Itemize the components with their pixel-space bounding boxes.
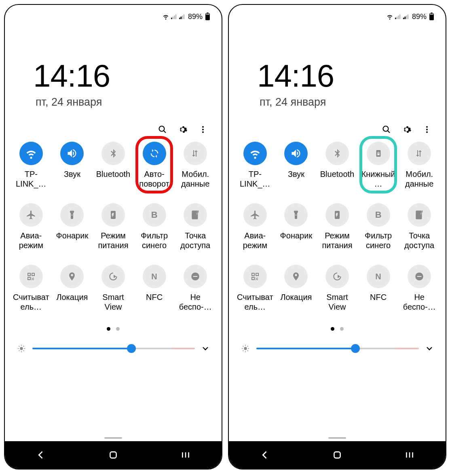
airplane-icon[interactable] <box>19 203 43 227</box>
dnd-icon[interactable] <box>408 265 431 288</box>
qs-tile-smartview[interactable]: Smart View <box>317 265 358 312</box>
qs-tile-dnd[interactable]: Не беспо-… <box>399 265 440 312</box>
qs-tile-label: Bluetooth <box>320 169 355 189</box>
qs-tile-wifi[interactable]: TP-LINK_… <box>235 142 276 189</box>
autorotate-icon[interactable] <box>143 142 166 165</box>
nfc-icon[interactable]: N <box>367 265 390 288</box>
bluetooth-icon[interactable] <box>101 142 125 165</box>
smartview-icon[interactable] <box>325 265 349 288</box>
location-icon[interactable] <box>284 265 308 288</box>
location-icon[interactable] <box>60 265 84 288</box>
qs-tile-smartview[interactable]: Smart View <box>93 265 134 312</box>
brightness-slider[interactable] <box>256 342 419 355</box>
qs-tile-hotspot[interactable]: Точка доступа <box>175 203 216 251</box>
qs-tile-autorotate[interactable]: Авто-поворот <box>134 142 175 189</box>
svg-rect-28 <box>431 13 433 13</box>
more-menu-button[interactable] <box>198 125 208 134</box>
status-bar: 89% <box>5 5 222 28</box>
qs-tile-location[interactable]: Локация <box>276 265 317 312</box>
hotspot-icon[interactable] <box>408 203 431 227</box>
brightness-expand-button[interactable] <box>201 344 210 353</box>
data-icon[interactable] <box>408 142 431 165</box>
nav-back-button[interactable] <box>29 447 53 463</box>
qs-tile-qr[interactable]: Считыватель… <box>235 265 276 312</box>
brightness-icon <box>16 343 27 354</box>
hotspot-icon[interactable] <box>184 203 207 227</box>
brightness-slider[interactable] <box>32 342 195 355</box>
wifi-icon[interactable] <box>19 142 43 165</box>
qs-tile-label: Считыватель… <box>11 292 51 312</box>
qs-tile-flashlight[interactable]: Фонарик <box>276 203 317 251</box>
qs-tile-bluefilter[interactable]: BФильтр синего <box>358 203 399 251</box>
svg-rect-18 <box>110 452 116 458</box>
qs-tile-label: Smart View <box>93 292 133 312</box>
pager-dot <box>331 327 334 331</box>
qs-tile-flashlight[interactable]: Фонарик <box>52 203 93 251</box>
qs-tile-sound[interactable]: Звук <box>52 142 93 189</box>
qs-tile-wifi[interactable]: TP-LINK_… <box>11 142 52 189</box>
bluefilter-icon[interactable]: B <box>143 203 166 227</box>
signal-sim2-icon <box>403 14 410 19</box>
qs-tile-qr[interactable]: Считыватель… <box>11 265 52 312</box>
svg-rect-21 <box>398 15 399 19</box>
qs-tile-label: Звук <box>64 169 80 189</box>
gesture-bar-hint <box>5 431 222 441</box>
nav-recents-button[interactable] <box>397 447 422 463</box>
svg-rect-19 <box>395 18 396 19</box>
qs-tile-sound[interactable]: Звук <box>276 142 317 189</box>
qs-tile-airplane[interactable]: Авиа-режим <box>11 203 52 251</box>
navigation-bar <box>229 441 446 469</box>
flashlight-icon[interactable] <box>284 203 308 227</box>
dnd-icon[interactable] <box>184 265 207 288</box>
qs-tile-bluetooth[interactable]: Bluetooth <box>317 142 358 189</box>
wifi-icon[interactable] <box>243 142 267 165</box>
svg-rect-24 <box>405 17 406 19</box>
data-icon[interactable] <box>184 142 207 165</box>
qs-tile-powermode[interactable]: Режим питания <box>93 203 134 251</box>
svg-rect-6 <box>182 15 183 19</box>
bluefilter-icon[interactable]: B <box>367 203 390 227</box>
qs-tile-portraitlock[interactable]: Книжный… <box>358 142 399 189</box>
sound-icon[interactable] <box>60 142 84 165</box>
search-button[interactable] <box>382 125 391 134</box>
page-indicator <box>5 327 222 331</box>
svg-rect-7 <box>184 15 185 19</box>
qs-tile-dnd[interactable]: Не беспо-… <box>175 265 216 312</box>
nav-recents-button[interactable] <box>173 447 198 463</box>
qs-tile-airplane[interactable]: Авиа-режим <box>235 203 276 251</box>
brightness-expand-button[interactable] <box>425 344 434 353</box>
nfc-icon[interactable]: N <box>143 265 166 288</box>
qs-tile-bluefilter[interactable]: BФильтр синего <box>134 203 175 251</box>
more-menu-button[interactable] <box>422 125 432 134</box>
qr-icon[interactable] <box>243 265 267 288</box>
qs-tile-hotspot[interactable]: Точка доступа <box>399 203 440 251</box>
qs-tile-location[interactable]: Локация <box>52 265 93 312</box>
nav-back-button[interactable] <box>253 447 277 463</box>
nav-home-button[interactable] <box>101 447 125 463</box>
qs-tile-nfc[interactable]: NNFC <box>358 265 399 312</box>
search-button[interactable] <box>158 125 167 134</box>
qs-tile-bluetooth[interactable]: Bluetooth <box>93 142 134 189</box>
qs-tile-nfc[interactable]: NNFC <box>134 265 175 312</box>
portraitlock-icon[interactable] <box>367 142 390 165</box>
nav-home-button[interactable] <box>325 447 349 463</box>
qs-tile-data[interactable]: Мобил. данные <box>399 142 440 189</box>
qr-icon[interactable] <box>19 265 43 288</box>
brightness-icon <box>240 343 251 354</box>
powermode-icon[interactable] <box>101 203 125 227</box>
clock-time: 14:16 <box>257 57 446 94</box>
bluetooth-icon[interactable] <box>325 142 349 165</box>
svg-rect-0 <box>171 18 172 19</box>
qs-tile-label: Точка доступа <box>175 231 215 251</box>
qs-tile-label: NFC <box>370 292 387 312</box>
powermode-icon[interactable] <box>325 203 349 227</box>
qs-tile-label: Локация <box>280 292 312 312</box>
settings-button[interactable] <box>402 125 412 134</box>
flashlight-icon[interactable] <box>60 203 84 227</box>
smartview-icon[interactable] <box>101 265 125 288</box>
airplane-icon[interactable] <box>243 203 267 227</box>
qs-tile-data[interactable]: Мобил. данные <box>175 142 216 189</box>
settings-button[interactable] <box>178 125 188 134</box>
qs-tile-powermode[interactable]: Режим питания <box>317 203 358 251</box>
sound-icon[interactable] <box>284 142 308 165</box>
